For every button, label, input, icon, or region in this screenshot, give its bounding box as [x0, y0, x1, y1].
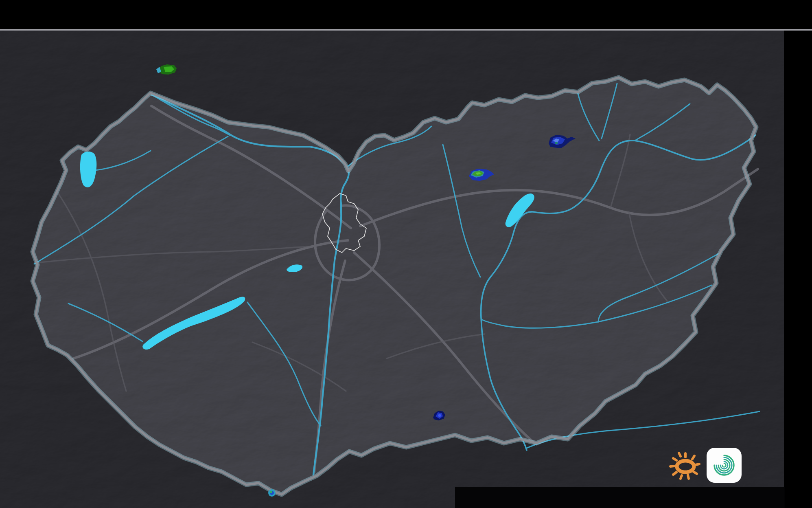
- hungary-radar-map: [0, 31, 784, 508]
- top-height-profile-strip: [0, 0, 784, 29]
- radar-composite-screen: [0, 0, 812, 508]
- metnet-logo: [668, 446, 775, 484]
- dbz-colorbar-ticks: [459, 499, 784, 506]
- spiral-icon: [711, 452, 738, 479]
- metnet-app-icon: [707, 448, 742, 483]
- right-height-profile-strip: [784, 0, 812, 508]
- map-layers: [0, 31, 784, 508]
- dbz-colorbar: [459, 492, 780, 498]
- sun-icon: [668, 448, 701, 483]
- echo-southern-border: [268, 489, 276, 497]
- dbz-colorbar-panel: [455, 487, 785, 508]
